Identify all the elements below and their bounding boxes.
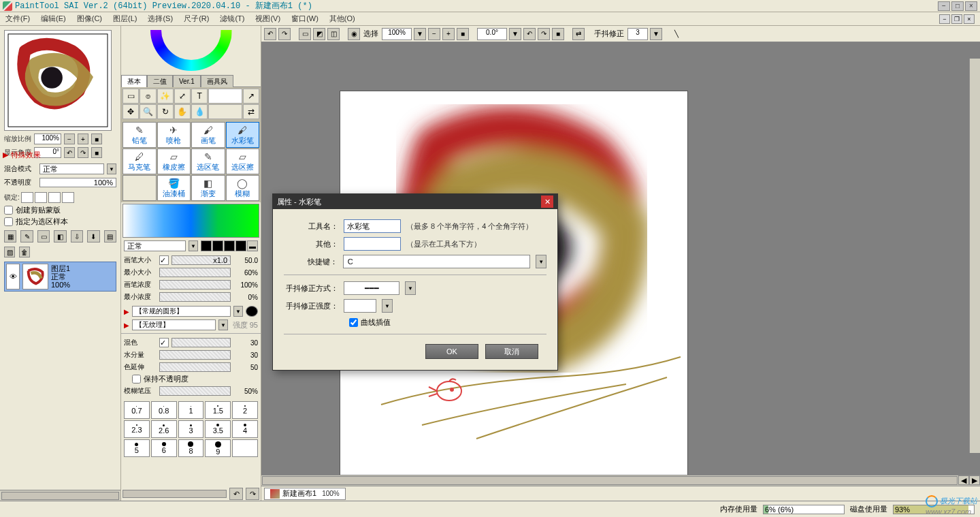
close-button[interactable]: × (965, 1, 977, 11)
fg-color-swatch[interactable] (208, 89, 242, 104)
merge-down-button[interactable]: ⬇ (87, 230, 99, 242)
layer-visibility-toggle[interactable]: 👁 (6, 264, 20, 289)
canvas-rotate-ccw[interactable]: ↶ (523, 28, 536, 40)
shortcut-select[interactable]: C (343, 255, 531, 268)
mix-slider[interactable] (172, 338, 231, 347)
brush-airbrush[interactable]: ✈喷枪 (157, 122, 191, 148)
brush-marker[interactable]: 🖊马克笔 (122, 148, 157, 174)
menu-image[interactable]: 图像(C) (77, 14, 102, 24)
mid-rotate-ccw[interactable]: ↶ (229, 488, 243, 500)
stab-mode-dropdown[interactable]: ▼ (405, 281, 416, 295)
text-tool[interactable]: T (191, 89, 208, 104)
canvas-zoom-dropdown[interactable]: ▼ (414, 28, 426, 40)
lock-all-button[interactable] (62, 192, 74, 203)
brush-shape-select[interactable]: 【常规的圆形】 (132, 306, 231, 317)
select-icon[interactable]: ◉ (348, 28, 360, 40)
lock-move-button[interactable] (48, 192, 61, 203)
clear-layer-button[interactable]: ▨ (4, 247, 15, 257)
canvas-zoom-input[interactable]: 100% (382, 28, 412, 40)
canvas-hscrollbar[interactable] (262, 476, 958, 485)
layer-settings-button[interactable]: ▤ (104, 230, 116, 242)
size-preset[interactable]: 2.6 (151, 420, 177, 438)
menu-window[interactable]: 窗口(W) (291, 14, 318, 24)
brush-blend-select[interactable]: 正常 (124, 240, 186, 251)
brush-watercolor[interactable]: 🖌水彩笔 (226, 122, 260, 148)
left-scrollbar[interactable] (1, 492, 119, 500)
stabilizer-input[interactable]: 3 (627, 28, 648, 40)
size-preset[interactable]: 8 (178, 439, 204, 457)
brush-shape-dropdown[interactable]: ▼ (233, 306, 243, 317)
brush-blend-dropdown[interactable]: ▼ (189, 240, 198, 251)
opacity-slider[interactable]: 100% (39, 178, 116, 187)
water-slider[interactable] (159, 350, 231, 360)
keep-opacity-checkbox[interactable] (132, 375, 141, 383)
brush-eraser[interactable]: ▱橡皮擦 (157, 148, 191, 174)
edge-soft[interactable] (201, 240, 212, 251)
menu-ruler[interactable]: 尺子(R) (184, 14, 209, 24)
zoom-reset-button[interactable]: ■ (91, 134, 102, 144)
menu-edit[interactable]: 编辑(E) (41, 14, 66, 24)
zoom-out-button[interactable]: − (64, 134, 75, 144)
hand-tool[interactable]: ✋ (174, 104, 191, 119)
dialog-ok-button[interactable]: OK (425, 344, 478, 359)
brush-bucket[interactable]: 🪣油漆桶 (157, 175, 191, 201)
tooltab-basic[interactable]: 基本 (121, 75, 147, 87)
edge-flat[interactable]: ▬ (247, 240, 258, 251)
zoom-in-button[interactable]: + (78, 134, 88, 144)
size-preset[interactable]: 1.5 (205, 401, 231, 419)
bg-color-cell[interactable] (208, 104, 242, 119)
brush-seleraser[interactable]: ▱选区擦 (226, 148, 260, 174)
min-density-slider[interactable] (159, 292, 231, 302)
doc-minimize-button[interactable]: − (939, 14, 950, 24)
tool-name-input[interactable] (344, 219, 401, 233)
texture-expand[interactable]: ▶ (124, 322, 129, 329)
move-selection-tool[interactable]: ⤢ (174, 89, 191, 104)
canvas-angle-reset[interactable]: ■ (552, 28, 564, 40)
brush-texture-select[interactable]: 【无纹理】 (132, 319, 216, 330)
new-linework-button[interactable]: ✎ (20, 230, 33, 242)
transfer-down-button[interactable]: ⇩ (71, 230, 83, 242)
deselect-button[interactable]: ▭ (299, 28, 311, 40)
menu-layer[interactable]: 图层(L) (113, 14, 137, 24)
layer-item[interactable]: 👁 图层1 正常 100% (4, 262, 116, 292)
spread-value[interactable]: 50 (233, 364, 258, 371)
canvas-zoom-in[interactable]: + (442, 28, 455, 40)
swap-colors[interactable]: ⇄ (243, 104, 259, 119)
move-tool[interactable]: ✥ (122, 104, 139, 119)
eyedropper-tool[interactable]: 💧 (191, 104, 208, 119)
invert-sel-button[interactable]: ◩ (313, 28, 325, 40)
lock-none-button[interactable] (21, 192, 33, 203)
shape-tool[interactable]: ↗ (243, 89, 259, 104)
stabilizer-dropdown[interactable]: ▼ (650, 28, 662, 40)
selection-source-checkbox[interactable] (4, 217, 13, 226)
min-density-value[interactable]: 0% (233, 294, 258, 301)
effects-header[interactable]: ▶特殊效果 (0, 148, 120, 161)
spread-slider[interactable] (159, 362, 231, 372)
size-preset[interactable]: 0.7 (124, 401, 150, 419)
mix-check[interactable]: ✓ (159, 338, 169, 347)
edge-crisp[interactable] (235, 240, 246, 251)
canvas-angle-dropdown[interactable]: ▼ (509, 28, 521, 40)
menu-select[interactable]: 选择(S) (148, 14, 173, 24)
mid-rotate-cw[interactable]: ↷ (246, 488, 259, 500)
size-preset[interactable]: 3.5 (205, 420, 231, 438)
mix-value[interactable]: 30 (233, 339, 258, 347)
density-value[interactable]: 100% (233, 281, 258, 289)
redo-button[interactable]: ↷ (278, 28, 291, 40)
size-preset[interactable]: 4 (232, 420, 258, 438)
canvas-zoom-fit[interactable]: ■ (457, 28, 469, 40)
min-size-slider[interactable] (159, 268, 231, 277)
flip-horizontal-button[interactable]: ⇄ (572, 28, 585, 40)
minimize-button[interactable]: − (938, 1, 950, 11)
min-size-value[interactable]: 60% (233, 269, 258, 277)
new-mask-button[interactable]: ◧ (54, 230, 66, 242)
brush-size-value[interactable]: 50.0 (233, 257, 258, 264)
size-preset[interactable]: 6 (151, 439, 177, 457)
tooltab-painting[interactable]: 画具风 (201, 75, 233, 87)
show-sel-button[interactable]: ◫ (327, 28, 340, 40)
shape-expand[interactable]: ▶ (124, 308, 129, 315)
size-preset[interactable] (232, 439, 258, 457)
navigator-thumbnail[interactable] (4, 30, 112, 131)
blur-pressure-value[interactable]: 50% (233, 388, 258, 395)
dialog-titlebar[interactable]: 属性 - 水彩笔 ✕ (273, 194, 557, 209)
